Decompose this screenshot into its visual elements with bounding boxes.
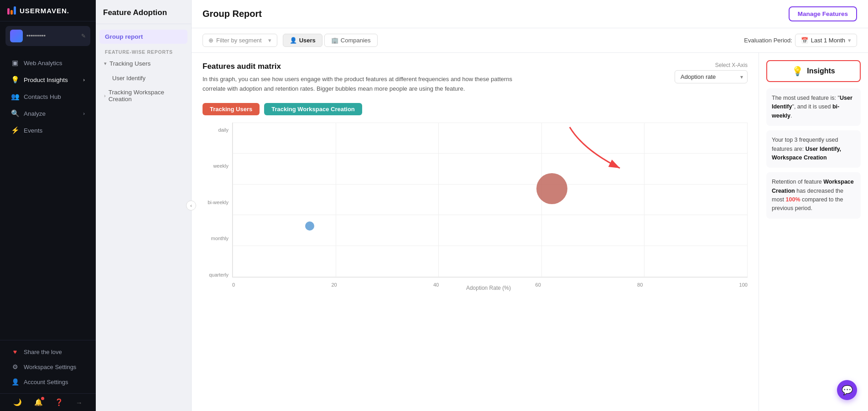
workspace-settings-icon: ⚙ <box>11 363 19 370</box>
share-love-label: Share the love <box>24 349 62 355</box>
scatter-chart: daily weekly bi-weekly monthly quarterly <box>203 123 748 291</box>
product-insights-chevron: › <box>83 77 85 82</box>
collapse-button[interactable]: ‹ <box>186 200 196 211</box>
insight-card-2: Your top 3 frequently used features are:… <box>766 130 861 168</box>
toolbar: ⊕ Filter by segment ▾ 👤 Users 🏢 Companie… <box>192 28 868 53</box>
tracking-users-label: Tracking Users <box>109 60 151 67</box>
notification-badge <box>41 397 44 400</box>
main-content: Group Report Manage Features ⊕ Filter by… <box>192 0 868 411</box>
insight-card-1: The most used feature is: "User Identify… <box>766 88 861 126</box>
y-label-biweekly: bi-weekly <box>208 200 229 205</box>
x-label-40: 40 <box>433 282 439 288</box>
web-analytics-icon: ▣ <box>11 59 19 67</box>
moon-icon[interactable]: 🌙 <box>13 398 22 406</box>
x-label-20: 20 <box>331 282 337 288</box>
insights-title: Insights <box>807 67 835 75</box>
logout-icon[interactable]: → <box>76 399 83 406</box>
workspace-settings-label: Workspace Settings <box>24 364 76 370</box>
sidebar-item-analyze[interactable]: 🔍 Analyze › <box>4 105 92 122</box>
period-selector[interactable]: 📅 Last 1 Month ▾ <box>795 34 857 47</box>
users-icon: 👤 <box>290 37 297 44</box>
sidebar-label-analyze: Analyze <box>24 110 46 117</box>
audit-matrix-title: Features audit matrix <box>203 62 522 71</box>
x-axis-title: Adoption Rate (%) <box>466 285 511 291</box>
users-view-button[interactable]: 👤 Users <box>283 34 322 47</box>
help-icon[interactable]: ❓ <box>55 398 63 406</box>
insight-3-feature: Workspace Creation <box>772 179 854 194</box>
sidebar-bottom: ♥ Share the love ⚙ Workspace Settings 👤 … <box>0 340 96 393</box>
x-label-80: 80 <box>637 282 643 288</box>
logo-icon <box>7 6 16 15</box>
y-label-monthly: monthly <box>211 236 229 241</box>
workspace-avatar <box>10 30 23 42</box>
workspace-name: •••••••••• <box>26 33 46 39</box>
tracking-workspace-expand-icon: › <box>104 93 106 98</box>
users-label: Users <box>299 37 316 44</box>
insight-card-3: Retention of feature Workspace Creation … <box>766 172 861 219</box>
sidebar-item-contacts-hub[interactable]: 👥 Contacts Hub <box>4 88 92 105</box>
insights-header: 💡 Insights <box>766 60 861 82</box>
middle-nav: Group report FEATURE-WISE REPORTS ▾ Trac… <box>96 24 191 411</box>
x-axis-selector-label: Select X-Axis <box>715 62 748 68</box>
chart-section: Features audit matrix In this graph, you… <box>192 53 759 411</box>
eval-period-label: Evaluation Period: <box>744 37 792 44</box>
manage-features-button[interactable]: Manage Features <box>789 6 857 21</box>
view-toggle: 👤 Users 🏢 Companies <box>283 34 378 47</box>
main-header: Group Report Manage Features <box>192 0 868 28</box>
feature-tags: Tracking Users Tracking Workspace Creati… <box>203 103 748 115</box>
account-settings-label: Account Settings <box>24 379 68 385</box>
period-chevron-icon: ▾ <box>848 37 851 44</box>
sidebar-label-contacts-hub: Contacts Hub <box>24 93 61 100</box>
sidebar-item-account-settings[interactable]: 👤 Account Settings <box>4 375 92 389</box>
filter-chevron-icon: ▾ <box>268 37 271 44</box>
nav-group-report[interactable]: Group report <box>99 30 187 44</box>
nav-tracking-workspace[interactable]: › Tracking Workspace Creation <box>99 85 187 106</box>
tracking-workspace-label: Tracking Workspace Creation <box>109 89 182 103</box>
sidebar: USERMAVEN. •••••••••• ✎ ▣ Web Analytics … <box>0 0 96 411</box>
middle-panel: ‹ Feature Adoption Group report FEATURE-… <box>96 0 192 411</box>
sidebar-item-web-analytics[interactable]: ▣ Web Analytics <box>4 55 92 71</box>
insight-3-percentage: 100% <box>786 196 800 203</box>
y-label-weekly: weekly <box>213 163 229 169</box>
sidebar-item-product-insights[interactable]: 💡 Product Insights › <box>4 72 92 88</box>
logo-text: USERMAVEN. <box>20 7 69 15</box>
feature-tag-tracking-users[interactable]: Tracking Users <box>203 103 260 115</box>
nav-tracking-users[interactable]: ▾ Tracking Users <box>99 57 187 71</box>
bell-icon[interactable]: 🔔 <box>34 398 43 406</box>
x-label-60: 60 <box>535 282 541 288</box>
insights-panel: 💡 Insights The most used feature is: "Us… <box>759 53 868 411</box>
insight-2-features: User Identify, Workspace Creation <box>772 146 841 161</box>
contacts-hub-icon: 👥 <box>11 92 19 101</box>
workspace-selector[interactable]: •••••••••• ✎ <box>5 26 90 46</box>
y-axis-labels: daily weekly bi-weekly monthly quarterly <box>203 123 232 277</box>
chat-support-button[interactable]: 💬 <box>837 380 857 400</box>
sidebar-nav: ▣ Web Analytics 💡 Product Insights › 👥 C… <box>0 51 96 340</box>
bubble-tracking-users <box>536 173 567 204</box>
sidebar-label-events: Events <box>24 127 42 134</box>
tracking-users-expand-icon: ▾ <box>104 61 107 67</box>
period-value: Last 1 Month <box>811 37 845 44</box>
nav-user-identify[interactable]: User Identify <box>99 72 187 85</box>
sidebar-item-share-love[interactable]: ♥ Share the love <box>4 344 92 359</box>
companies-label: Companies <box>341 37 371 44</box>
account-settings-icon: 👤 <box>11 378 19 385</box>
feature-tag-tracking-workspace[interactable]: Tracking Workspace Creation <box>264 103 362 115</box>
companies-view-button[interactable]: 🏢 Companies <box>324 34 378 47</box>
sidebar-label-web-analytics: Web Analytics <box>24 60 62 67</box>
events-icon: ⚡ <box>11 126 19 134</box>
companies-icon: 🏢 <box>331 37 338 44</box>
insight-1-feature: User Identify <box>772 95 852 110</box>
x-label-0: 0 <box>232 282 235 288</box>
filter-segment-select[interactable]: ⊕ Filter by segment ▾ <box>203 34 277 47</box>
middle-panel-title: Feature Adoption <box>96 0 191 24</box>
page-title: Group Report <box>203 9 262 19</box>
y-label-quarterly: quarterly <box>209 272 229 277</box>
x-axis-select[interactable]: Adoption rate <box>675 70 748 83</box>
workspace-left: •••••••••• <box>10 30 46 42</box>
sidebar-item-events[interactable]: ⚡ Events <box>4 122 92 139</box>
audit-matrix-desc: In this graph, you can see how users eng… <box>203 75 522 94</box>
content-area: Features audit matrix In this graph, you… <box>192 53 868 411</box>
chart-plot <box>232 123 748 277</box>
sidebar-item-workspace-settings[interactable]: ⚙ Workspace Settings <box>4 360 92 374</box>
calendar-icon: 📅 <box>801 37 808 44</box>
